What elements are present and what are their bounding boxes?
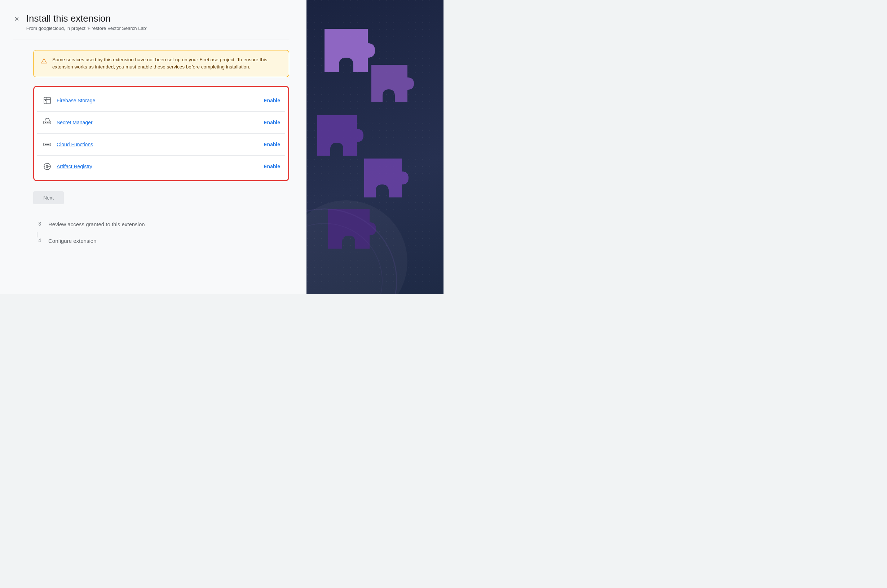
warning-text: Some services used by this extension hav…: [52, 56, 282, 71]
svg-rect-1: [45, 100, 46, 101]
puzzle-illustration: [307, 0, 444, 294]
firebase-storage-enable-btn[interactable]: Enable: [263, 98, 280, 104]
left-panel: × Install this extension From googleclou…: [0, 0, 307, 294]
artifact-registry-link[interactable]: Artifact Registry: [57, 164, 92, 170]
header: × Install this extension From googleclou…: [13, 13, 289, 31]
svg-point-5: [49, 122, 50, 123]
svg-point-4: [47, 122, 48, 123]
step-label-3: Review access granted to this extension: [48, 221, 145, 227]
service-left: Secret Manager: [42, 117, 93, 128]
close-button[interactable]: ×: [13, 14, 21, 24]
steps-list: 3 Review access granted to this extensio…: [33, 216, 289, 249]
next-button[interactable]: Next: [33, 191, 64, 204]
svg-point-8: [47, 144, 48, 144]
svg-point-12: [47, 166, 48, 167]
service-left: Cloud Functions: [42, 140, 93, 150]
step-label-4: Configure extension: [48, 237, 96, 244]
step-number-3: 3: [33, 221, 41, 226]
firebase-storage-link[interactable]: Firebase Storage: [57, 98, 95, 104]
storage-icon: [42, 96, 52, 106]
right-panel: [307, 0, 444, 294]
subtitle: From googlecloud, in project 'Firestore …: [26, 26, 147, 31]
cloud-functions-link[interactable]: Cloud Functions: [57, 142, 93, 147]
service-row-secret-manager: Secret Manager Enable: [37, 112, 285, 134]
svg-point-7: [45, 144, 46, 144]
service-left: Firebase Storage: [42, 96, 95, 106]
warning-box: ⚠ Some services used by this extension h…: [33, 50, 289, 77]
service-row-firebase-storage: Firebase Storage Enable: [37, 90, 285, 112]
cloud-functions-enable-btn[interactable]: Enable: [263, 142, 280, 147]
divider: [13, 40, 289, 40]
artifact-icon: [42, 161, 52, 171]
content-area: ⚠ Some services used by this extension h…: [13, 50, 289, 249]
service-row-artifact-registry: Artifact Registry Enable: [37, 156, 285, 177]
svg-point-9: [49, 144, 50, 144]
step-item-4: 4 Configure extension: [33, 232, 289, 249]
secret-manager-link[interactable]: Secret Manager: [57, 120, 93, 125]
functions-icon: [42, 140, 52, 150]
service-left: Artifact Registry: [42, 161, 92, 171]
page-title: Install this extension: [26, 13, 147, 24]
secret-manager-enable-btn[interactable]: Enable: [263, 120, 280, 125]
step-item-3: 3 Review access granted to this extensio…: [33, 216, 289, 232]
svg-point-3: [45, 122, 46, 123]
step-number-4: 4: [33, 237, 41, 243]
artifact-registry-enable-btn[interactable]: Enable: [263, 164, 280, 170]
header-text: Install this extension From googlecloud,…: [26, 13, 147, 31]
service-row-cloud-functions: Cloud Functions Enable: [37, 134, 285, 156]
services-box: Firebase Storage Enable: [33, 86, 289, 181]
secret-icon: [42, 117, 52, 128]
warning-icon: ⚠: [41, 57, 47, 71]
